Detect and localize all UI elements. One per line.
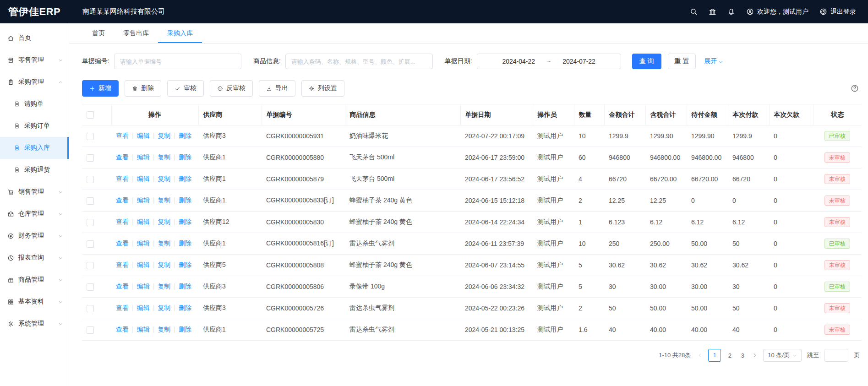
- sidebar-item-report[interactable]: 报表查询: [0, 247, 69, 269]
- sidebar-subitem-purchase-order[interactable]: 采购订单: [0, 115, 69, 137]
- tab-home[interactable]: 首页: [83, 23, 114, 43]
- row-action-copy[interactable]: 复制: [158, 132, 170, 139]
- sidebar-item-finance[interactable]: 财务管理: [0, 225, 69, 247]
- row-action-view[interactable]: 查看: [116, 153, 129, 161]
- row-action-delete[interactable]: 删除: [179, 326, 191, 333]
- row-action-edit[interactable]: 编辑: [137, 304, 150, 311]
- sidebar-item-warehouse[interactable]: 仓库管理: [0, 203, 69, 225]
- row-checkbox[interactable]: [87, 262, 94, 269]
- page-number-1[interactable]: 1: [708, 349, 721, 362]
- sidebar-item-goods[interactable]: 商品管理: [0, 269, 69, 291]
- row-action-copy[interactable]: 复制: [158, 218, 170, 225]
- row-action-delete[interactable]: 删除: [179, 132, 191, 139]
- sidebar-item-retail[interactable]: 零售管理: [0, 49, 69, 71]
- tab-purchase-inbound[interactable]: 采购入库: [158, 23, 202, 43]
- row-action-edit[interactable]: 编辑: [137, 196, 150, 204]
- row-action-edit[interactable]: 编辑: [137, 239, 150, 247]
- row-action-view[interactable]: 查看: [116, 175, 129, 182]
- sidebar-item-system[interactable]: 系统管理: [0, 313, 69, 335]
- approve-button[interactable]: 审核: [167, 80, 204, 97]
- row-checkbox[interactable]: [87, 133, 94, 140]
- row-action-delete[interactable]: 删除: [179, 196, 191, 204]
- sidebar-subitem-purchase-inbound[interactable]: 采购入库: [0, 137, 69, 159]
- bell-icon[interactable]: [727, 8, 735, 16]
- pagination-summary: 1-10 共28条: [659, 351, 691, 359]
- row-action-delete[interactable]: 删除: [179, 304, 191, 311]
- row-action-view[interactable]: 查看: [116, 261, 129, 268]
- row-action-delete[interactable]: 删除: [179, 261, 191, 268]
- sidebar-subitem-purchase-request[interactable]: 请购单: [0, 93, 69, 115]
- row-checkbox[interactable]: [87, 305, 94, 312]
- cell-bill-no: CGRK00000005725: [262, 319, 345, 341]
- date-start[interactable]: 2024-04-22: [502, 58, 535, 65]
- row-checkbox[interactable]: [87, 240, 94, 248]
- row-action-delete[interactable]: 删除: [179, 175, 191, 182]
- button-label: 删除: [141, 84, 154, 92]
- row-action-edit[interactable]: 编辑: [137, 218, 150, 225]
- column-settings-button[interactable]: 列设置: [301, 80, 344, 97]
- sidebar-item-home[interactable]: 首页: [0, 27, 69, 49]
- row-action-view[interactable]: 查看: [116, 326, 129, 333]
- row-action-copy[interactable]: 复制: [158, 261, 170, 268]
- expand-link[interactable]: 展开: [704, 57, 723, 65]
- add-button[interactable]: 新增: [82, 80, 119, 97]
- row-action-delete[interactable]: 删除: [179, 283, 191, 290]
- jump-page-input[interactable]: [824, 349, 848, 362]
- row-action-delete[interactable]: 删除: [179, 239, 191, 247]
- export-button[interactable]: 导出: [259, 80, 295, 97]
- sidebar-item-sales[interactable]: 销售管理: [0, 181, 69, 203]
- search-icon[interactable]: [690, 8, 698, 16]
- tab-retail-outbound[interactable]: 零售出库: [114, 23, 158, 43]
- row-action-delete[interactable]: 删除: [179, 153, 191, 161]
- date-range-picker[interactable]: 2024-04-22 ~ 2024-07-22: [477, 54, 621, 69]
- search-button[interactable]: 查 询: [632, 54, 661, 69]
- product-input[interactable]: [285, 54, 433, 69]
- row-action-edit[interactable]: 编辑: [137, 261, 150, 268]
- row-action-delete[interactable]: 删除: [179, 218, 191, 225]
- row-checkbox[interactable]: [87, 197, 94, 205]
- logout-button[interactable]: 退出登录: [819, 8, 856, 16]
- row-checkbox[interactable]: [87, 326, 94, 334]
- sidebar-item-basedata[interactable]: 基本资料: [0, 291, 69, 313]
- row-checkbox[interactable]: [87, 176, 94, 183]
- row-action-edit[interactable]: 编辑: [137, 153, 150, 161]
- row-action-view[interactable]: 查看: [116, 239, 129, 247]
- next-page-button[interactable]: [752, 353, 758, 358]
- row-checkbox[interactable]: [87, 219, 94, 226]
- bill-no-input[interactable]: [114, 54, 241, 69]
- prev-page-button[interactable]: [697, 353, 703, 358]
- row-action-view[interactable]: 查看: [116, 304, 129, 311]
- row-action-view[interactable]: 查看: [116, 132, 129, 139]
- row-action-edit[interactable]: 编辑: [137, 326, 150, 333]
- bank-icon[interactable]: [709, 8, 716, 16]
- page-number-2[interactable]: 2: [726, 352, 734, 359]
- row-action-copy[interactable]: 复制: [158, 326, 170, 333]
- row-action-copy[interactable]: 复制: [158, 153, 170, 161]
- sidebar-subitem-purchase-return[interactable]: 采购退货: [0, 159, 69, 181]
- row-checkbox[interactable]: [87, 283, 94, 291]
- page-number-3[interactable]: 3: [738, 352, 747, 359]
- date-end[interactable]: 2024-07-22: [562, 58, 595, 65]
- row-action-copy[interactable]: 复制: [158, 304, 170, 311]
- row-action-copy[interactable]: 复制: [158, 175, 170, 182]
- row-action-copy[interactable]: 复制: [158, 283, 170, 290]
- row-action-edit[interactable]: 编辑: [137, 283, 150, 290]
- select-all-checkbox[interactable]: [87, 111, 94, 119]
- row-action-edit[interactable]: 编辑: [137, 132, 150, 139]
- column-header: 本次付款: [728, 104, 769, 125]
- row-action-copy[interactable]: 复制: [158, 239, 170, 247]
- reset-button[interactable]: 重 置: [668, 54, 696, 69]
- row-action-view[interactable]: 查看: [116, 196, 129, 204]
- unapprove-button[interactable]: 反审核: [210, 80, 253, 97]
- row-action-copy[interactable]: 复制: [158, 196, 170, 204]
- delete-button[interactable]: 删除: [125, 80, 161, 97]
- row-checkbox[interactable]: [87, 154, 94, 162]
- row-action-view[interactable]: 查看: [116, 218, 129, 225]
- sidebar-item-purchase[interactable]: 采购管理: [0, 71, 69, 93]
- row-action-edit[interactable]: 编辑: [137, 175, 150, 182]
- user-menu[interactable]: 欢迎您，测试用户: [746, 8, 808, 16]
- page-size-select[interactable]: 10 条/页: [763, 349, 802, 362]
- help-icon[interactable]: [851, 84, 859, 92]
- row-action-view[interactable]: 查看: [116, 283, 129, 290]
- action-separator: |: [132, 239, 134, 247]
